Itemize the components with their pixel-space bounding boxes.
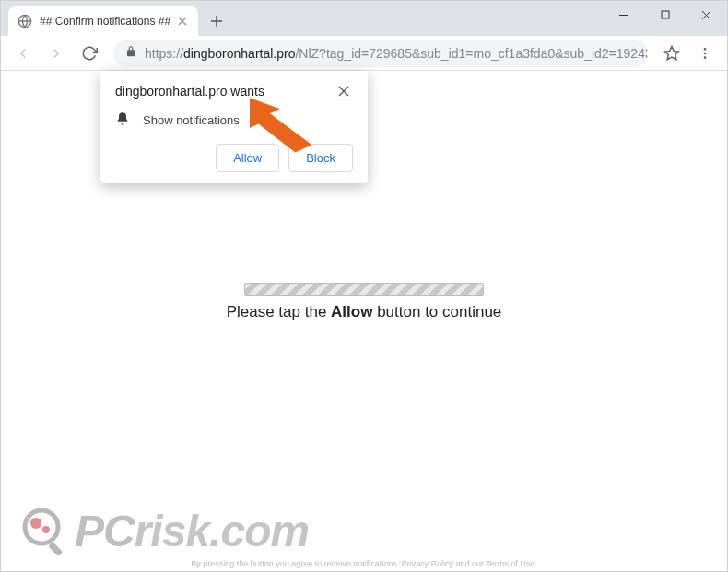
watermark-text: PCrisk.com — [75, 506, 309, 556]
window-titlebar: ## Confirm notifications ## — [1, 1, 727, 36]
close-window-button[interactable] — [686, 1, 727, 29]
new-tab-button[interactable] — [204, 8, 229, 34]
browser-tab[interactable]: ## Confirm notifications ## — [8, 6, 198, 36]
forward-button[interactable] — [41, 39, 71, 68]
back-button[interactable] — [8, 39, 38, 68]
address-bar[interactable]: https://dingboronhartal.pro/NlZ?tag_id=7… — [113, 40, 648, 67]
notification-permission-dialog: dingboronhartal.pro wants Show notificat… — [100, 71, 368, 183]
instruction-text: Please tap the Allow button to continue — [1, 303, 727, 321]
reload-button[interactable] — [75, 39, 104, 68]
url-host: dingboronhartal.pro — [183, 46, 295, 61]
menu-button[interactable] — [690, 39, 720, 68]
url-path: /NlZ?tag_id=729685&sub_id1=mo_cf1a3fda0&… — [295, 46, 648, 61]
svg-rect-7 — [48, 542, 63, 556]
svg-point-5 — [704, 56, 707, 59]
progress-bar — [244, 283, 484, 296]
svg-point-3 — [704, 48, 707, 51]
watermark-logo: PCrisk.com — [19, 505, 309, 556]
svg-point-6 — [25, 510, 58, 543]
instruction-pre: Please tap the — [227, 303, 331, 321]
footer-text: By pressing the button you agree to rece… — [1, 559, 727, 568]
maximize-button[interactable] — [644, 1, 686, 29]
svg-point-9 — [42, 526, 50, 533]
tab-title: ## Confirm notifications ## — [40, 15, 170, 28]
permission-body-text: Show notifications — [143, 113, 240, 127]
bell-icon — [115, 111, 130, 129]
globe-icon — [18, 14, 32, 29]
svg-rect-1 — [662, 11, 669, 18]
instruction-bold: Allow — [331, 303, 372, 321]
instruction-post: button to continue — [372, 303, 501, 321]
magnifier-icon — [19, 505, 71, 556]
watermark-prefix: PC — [75, 507, 135, 555]
svg-marker-2 — [665, 46, 679, 59]
page-content-area: dingboronhartal.pro wants Show notificat… — [1, 71, 727, 571]
window-controls — [603, 1, 727, 29]
svg-point-8 — [30, 518, 41, 529]
bookmark-star-icon[interactable] — [657, 39, 687, 68]
url-protocol: https:// — [145, 46, 183, 61]
permission-dialog-title: dingboronhartal.pro wants — [115, 84, 264, 99]
lock-icon — [124, 45, 137, 61]
browser-toolbar: https://dingboronhartal.pro/NlZ?tag_id=7… — [1, 36, 727, 71]
arrow-pointer-icon — [250, 84, 323, 170]
watermark-suffix: risk.com — [135, 507, 309, 555]
svg-point-4 — [704, 52, 707, 54]
close-tab-icon[interactable] — [176, 15, 189, 28]
minimize-button[interactable] — [603, 1, 644, 29]
close-icon[interactable] — [338, 84, 353, 99]
page-message: Please tap the Allow button to continue — [1, 283, 727, 321]
